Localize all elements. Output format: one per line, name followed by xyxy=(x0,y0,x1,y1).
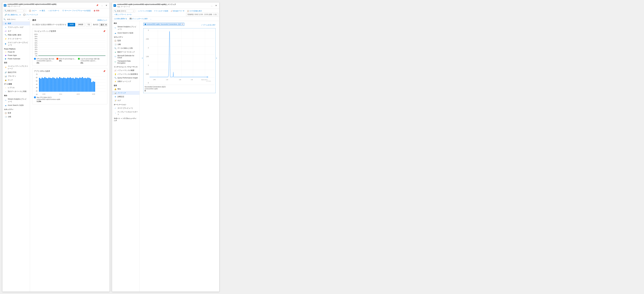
add-metric-btn[interactable]: + メトリックの追加 xyxy=(137,9,153,12)
svg-rect-31 xyxy=(44,77,46,92)
left-more-btn[interactable]: ... xyxy=(100,4,104,7)
agg-dropdown[interactable]: 最大 xyxy=(99,23,107,26)
sidebar-item-quickstart[interactable]: ⚡ クイック スタート xyxy=(2,37,30,41)
split-icon: ◫ xyxy=(114,18,116,20)
right-audit-icon: 📋 xyxy=(114,40,116,42)
time-btn-24h[interactable]: 24時間 xyxy=(76,23,85,26)
right-close-btn[interactable]: ✕ xyxy=(214,4,218,7)
right-sidebar-metrics[interactable]: 📊 メトリック xyxy=(112,91,140,95)
cpu-chart-container: コンピューティング使用率 📌 100% 90% 80% 70% 60% 50% … xyxy=(32,28,107,66)
right-sidebar-perf-overview[interactable]: 📈 パフォーマンスの概要 xyxy=(112,68,140,72)
right-sidebar-perf-recommend[interactable]: 💡 パフォーマンスの推奨事項 xyxy=(112,72,140,76)
sidebar-item-ledger[interactable]: 📑 台帳 xyxy=(2,115,30,119)
right-more-btn[interactable]: ... xyxy=(210,4,213,7)
app-cpu-svg-wrap: 13:45 14:11 14:15 14:30 UTC+09:00 xyxy=(38,74,106,95)
svg-rect-57 xyxy=(79,78,80,92)
apply-split-btn[interactable]: ◫ 分割を適用する xyxy=(113,17,128,20)
right-sidebar-ledger[interactable]: 📑 台帳 xyxy=(112,42,140,46)
left-pin-btn[interactable]: 📌 xyxy=(95,4,99,7)
sidebar-item-properties[interactable]: 📊 プロパティ xyxy=(2,74,30,78)
cpu-line-chart: 13:45 14:11 14:15 14:30 UTC+09:00 xyxy=(38,34,106,56)
more-options-btn[interactable]: ... xyxy=(149,17,152,20)
sidebar-item-activity-log[interactable]: ≡ アクティビティ ログ xyxy=(2,25,30,29)
left-search-input[interactable] xyxy=(7,10,23,12)
new-alert-btn[interactable]: + 新しいアラート ルール xyxy=(113,13,133,16)
left-main-title: contoso0302-sqldb (contoso0302-sqlsvr/co… xyxy=(8,3,94,5)
right-sidebar-transparent-enc[interactable]: 🛡 Transparent Data Encryption xyxy=(112,59,140,65)
sidebar-item-azure-search[interactable]: ☁ Azure Search の追加 xyxy=(2,103,30,107)
svg-rect-53 xyxy=(74,78,75,92)
right-sidebar-auto-tuning[interactable]: ⚡ 自動チューニング xyxy=(112,79,140,83)
feedback-btn[interactable]: 💬 フィードバック xyxy=(22,13,39,16)
metric-tag-close[interactable]: ✕ xyxy=(182,23,183,25)
add-filter-btn[interactable]: ▽ フィルターの追加 xyxy=(153,9,169,12)
sidebar-item-tags[interactable]: 🏷 タグ xyxy=(2,29,30,33)
time-btn-1h[interactable]: 1時間 xyxy=(68,23,75,26)
svg-rect-63 xyxy=(87,78,88,92)
time-btn-7d[interactable]: 7日 xyxy=(86,23,92,26)
nav-right-btn[interactable]: › xyxy=(216,56,218,59)
right-collapse-icon[interactable]: « xyxy=(133,10,134,12)
right-sidebar-tasks[interactable]: ✓ タスク (プレビュー) xyxy=(112,106,140,110)
sidebar-item-power-apps[interactable]: ◆ Power Apps xyxy=(2,54,30,57)
right-sidebar-masking[interactable]: ● 動的データ マスキング xyxy=(112,50,140,54)
svg-rect-34 xyxy=(48,78,50,92)
sidebar-item-lock[interactable]: 🔒 ロック xyxy=(2,78,30,82)
sidebar-item-connection-strings[interactable]: 🔗 接続文字列 xyxy=(2,70,30,74)
save-dashboard-btn[interactable]: 💾 ダッシュボードに保存 xyxy=(128,17,149,20)
right-sidebar-query-perf[interactable]: 🔍 Query Performance Insight xyxy=(112,76,140,79)
legend-item-data-io: Data IO percentage (L... 0% xyxy=(56,58,76,64)
legend-color-logio xyxy=(78,58,80,60)
left-sidebar-search-input[interactable] xyxy=(6,18,28,21)
restore-btn[interactable]: ↩ 復元 xyxy=(38,9,46,12)
split-graph-btn[interactable]: 📈 折れ線グラフ ▼ xyxy=(170,9,186,12)
sidebar-item-stream[interactable]: 〜 Stream Analytics (プレビュー) xyxy=(2,97,30,103)
nav-left-btn[interactable]: ‹ xyxy=(141,56,143,59)
firewall-btn[interactable]: 🛡 サーバー ファイアウォールの設定 xyxy=(61,9,92,12)
svg-rect-32 xyxy=(46,78,47,92)
copy-btn[interactable]: 📋 コピー xyxy=(28,9,38,12)
right-sidebar-alerts[interactable]: 🔔 警告 xyxy=(112,87,140,91)
sidebar-item-audit[interactable]: 📋 監査 xyxy=(2,111,30,115)
sidebar-item-power-bi[interactable]: ⬡ Power BI xyxy=(2,50,30,54)
app-cpu-pin-icon[interactable]: 📌 xyxy=(103,70,106,72)
log-detail-btn[interactable]: 📋 ログの詳細を表示 xyxy=(186,9,203,12)
metric-tag: contoso0302-sqldb, Successful Connection… xyxy=(143,23,184,26)
section-header: 基本 JSON ビュー xyxy=(32,19,107,21)
sidebar-collapse-icon[interactable]: « xyxy=(28,18,29,20)
right-sidebar-template-export[interactable]: ↑ テンプレートのエクスポート xyxy=(112,110,140,116)
sidebar-item-computing[interactable]: ⚙ コンピューティングとストレージ xyxy=(2,64,30,70)
right-toolbar-search[interactable]: 🔍 « xyxy=(113,9,135,12)
cpu-pin-icon[interactable]: 📌 xyxy=(103,30,106,32)
connect-btn[interactable]: 🔗 次に接続する... ▾ xyxy=(4,13,22,16)
right-toolbar-sep-1 xyxy=(136,9,136,12)
right-sidebar-data-detect[interactable]: 🔍 データの検出と分類 xyxy=(112,46,140,50)
add-metric-icon: + xyxy=(138,10,139,12)
right-security-label: セキュリティ xyxy=(112,35,140,39)
properties-icon: 📊 xyxy=(5,75,7,77)
delete-btn[interactable]: 🗑 削除 xyxy=(92,9,100,12)
sidebar-item-sync[interactable]: ↔ 別のデータベースに同期 xyxy=(2,90,30,93)
svg-text:Mar 02 1:51+1...: Mar 02 1:51+1... xyxy=(201,79,208,80)
right-sidebar-stream[interactable]: 〜 Stream Analytics (プレビュー) xyxy=(112,25,140,31)
export-btn[interactable]: ↑ エクスポート xyxy=(47,9,61,12)
right-ledger-icon: 📑 xyxy=(114,43,116,45)
left-close-btn[interactable]: ✕ xyxy=(105,4,108,7)
right-sidebar-defender[interactable]: 🛡 Microsoft Defender for Cloud xyxy=(112,54,140,59)
sidebar-item-replica[interactable]: ○ レプリカ xyxy=(2,86,30,90)
json-view-btn[interactable]: JSON ビュー xyxy=(97,19,107,21)
sidebar-item-query-editor[interactable]: ▶ クエリ エディター (プレビュー) xyxy=(2,41,30,47)
sidebar-item-power-automate[interactable]: ▶ Power Automate xyxy=(2,57,30,60)
left-toolbar-search[interactable]: 🔍 « xyxy=(4,9,25,12)
right-sidebar-audit[interactable]: 📋 監査 xyxy=(112,39,140,42)
collapse-icon[interactable]: « xyxy=(23,10,24,12)
svg-point-86 xyxy=(207,77,208,77)
right-sidebar-diag[interactable]: ⚙ 診断設定 xyxy=(112,95,140,99)
right-sidebar-logs[interactable]: 📝 ログ xyxy=(112,99,140,102)
right-sidebar-azure-search[interactable]: ☁ Azure Search の追加 xyxy=(112,31,140,35)
activity-log-icon: ≡ xyxy=(5,26,7,28)
sidebar-item-diagnose[interactable]: 🔧 問題の診断と解決 xyxy=(2,33,30,37)
zoom-btn[interactable]: ⤢ ズームを元に戻す xyxy=(201,24,216,26)
sidebar-item-overview[interactable]: ⊞ 概要 xyxy=(2,22,30,25)
right-search-input[interactable] xyxy=(117,10,132,12)
